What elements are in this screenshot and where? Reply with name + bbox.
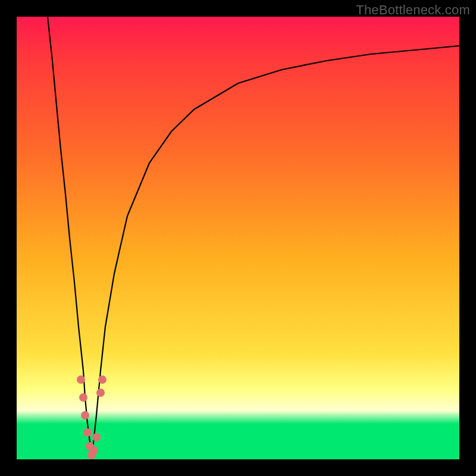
curve-layer [17, 17, 459, 459]
plot-area [17, 17, 459, 459]
marker-dot [90, 446, 98, 455]
marker-dot [98, 375, 107, 384]
marker-group [77, 375, 107, 459]
watermark-text: TheBottleneck.com [356, 2, 470, 18]
marker-dot [79, 393, 87, 402]
curve-left-descent [48, 17, 92, 459]
marker-dot [81, 411, 89, 419]
marker-dot [92, 433, 101, 441]
curve-right-ascent [92, 46, 459, 459]
marker-dot [96, 389, 105, 397]
marker-dot [83, 428, 92, 437]
chart-frame: TheBottleneck.com [0, 0, 476, 476]
marker-dot [77, 375, 85, 384]
